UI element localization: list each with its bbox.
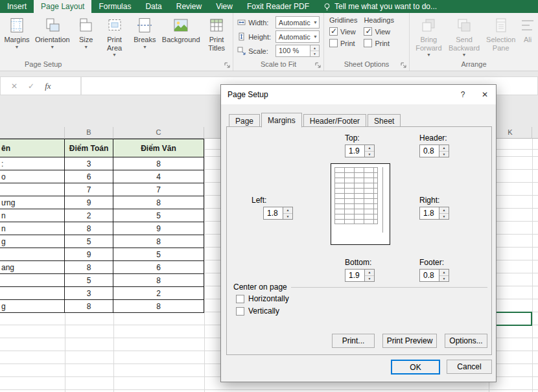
column-header-b[interactable]: B [65, 127, 113, 139]
print-button[interactable]: Print... [332, 334, 375, 348]
dialog-tab-margins[interactable]: Margins [261, 113, 302, 128]
margins-button[interactable]: Margins ▼ [2, 14, 32, 60]
cell-van[interactable]: 4 [113, 170, 204, 183]
right-margin-up-button[interactable]: ▲ [439, 207, 449, 214]
cell-toan[interactable]: 6 [65, 170, 113, 183]
tab-formulas[interactable]: Formulas [91, 0, 138, 13]
cell-toan[interactable]: 2 [65, 209, 113, 222]
cell-toan[interactable]: 8 [65, 261, 113, 274]
cell-van[interactable]: 7 [113, 183, 204, 196]
cell-name[interactable]: g [0, 235, 65, 248]
cell-van[interactable]: 8 [113, 157, 204, 170]
right-margin-input[interactable]: 1.8 [419, 207, 439, 220]
vertically-checkbox[interactable]: Vertically [236, 306, 279, 316]
cell-van[interactable]: 8 [113, 274, 204, 287]
checkbox-icon[interactable] [364, 39, 372, 47]
cell-name[interactable] [0, 274, 65, 287]
width-combo[interactable]: Automatic ▼ [275, 16, 320, 29]
tab-review[interactable]: Review [169, 0, 209, 13]
top-margin-up-button[interactable]: ▲ [365, 145, 374, 152]
bring-forward-button[interactable]: Bring Forward ▼ [412, 14, 446, 60]
scale-up-button[interactable]: ▲ [310, 45, 319, 51]
top-margin-input[interactable]: 1.9 [345, 144, 365, 157]
footer-margin-input[interactable]: 0.8 [419, 269, 439, 282]
print-titles-button[interactable]: Print Titles [202, 14, 231, 60]
send-backward-button[interactable]: Send Backward ▼ [446, 14, 483, 60]
bottom-margin-input[interactable]: 1.9 [345, 269, 365, 282]
selection-pane-button[interactable]: Selection Pane [482, 14, 519, 60]
tab-view[interactable]: View [209, 0, 240, 13]
gridlines-view-checkbox[interactable]: View [329, 27, 357, 36]
checkbox-icon[interactable] [236, 307, 244, 316]
header-cell-name[interactable]: ên [0, 139, 65, 157]
checkbox-icon[interactable] [329, 27, 338, 36]
height-combo[interactable]: Automatic ▼ [275, 30, 320, 43]
horizontally-checkbox[interactable]: Horizontally [236, 294, 289, 303]
cell-name[interactable]: n [0, 209, 65, 222]
header-margin-input[interactable]: 0.8 [419, 144, 439, 157]
cell-van[interactable]: 8 [113, 235, 204, 248]
tab-insert[interactable]: Insert [0, 0, 34, 13]
page-setup-dialog-launcher-icon[interactable] [224, 62, 231, 69]
checkbox-icon[interactable] [236, 295, 244, 303]
header-cell-toan[interactable]: Điểm Toán [65, 139, 113, 157]
ok-button[interactable]: OK [391, 360, 440, 375]
background-button[interactable]: Background [159, 14, 202, 60]
cell-name[interactable] [0, 183, 65, 196]
right-margin-down-button[interactable]: ▼ [439, 214, 449, 220]
cell-van[interactable]: 5 [113, 248, 204, 261]
header-margin-down-button[interactable]: ▼ [439, 152, 449, 157]
left-margin-up-button[interactable]: ▲ [283, 207, 292, 214]
checkbox-icon[interactable] [329, 39, 338, 47]
tab-data[interactable]: Data [138, 0, 169, 13]
cell-name[interactable]: ang [0, 261, 65, 274]
dialog-titlebar[interactable]: Page Setup ? ✕ [221, 85, 496, 104]
header-cell-van[interactable]: Điểm Văn [113, 139, 204, 157]
cell-name[interactable] [0, 248, 65, 261]
cell-name[interactable]: : [0, 157, 65, 170]
cell-toan[interactable]: 8 [65, 300, 113, 313]
column-header-a[interactable] [0, 127, 65, 139]
align-button[interactable]: Ali [519, 14, 536, 60]
dialog-tab-page[interactable]: Page [229, 114, 260, 127]
cell-van[interactable]: 5 [113, 209, 204, 222]
sheet-options-dialog-launcher-icon[interactable] [401, 62, 407, 69]
cell-van[interactable]: 8 [113, 300, 204, 313]
cell-van[interactable]: 9 [113, 222, 204, 235]
left-margin-input[interactable]: 1.8 [263, 207, 283, 220]
cell-van[interactable]: 2 [113, 287, 204, 300]
cell-van[interactable]: 6 [113, 261, 204, 274]
top-margin-down-button[interactable]: ▼ [365, 152, 374, 157]
dialog-tab-sheet[interactable]: Sheet [368, 114, 401, 127]
scale-down-button[interactable]: ▼ [310, 51, 319, 56]
print-area-button[interactable]: Print Area ▼ [99, 14, 130, 60]
footer-margin-down-button[interactable]: ▼ [439, 276, 449, 282]
cell-toan[interactable]: 5 [65, 235, 113, 248]
scale-spinner[interactable]: 100 % ▲ ▼ [275, 45, 320, 57]
bottom-margin-up-button[interactable]: ▲ [365, 270, 374, 276]
tab-foxit-reader-pdf[interactable]: Foxit Reader PDF [240, 0, 316, 13]
size-button[interactable]: Size ▼ [73, 14, 99, 60]
gridlines-print-checkbox[interactable]: Print [329, 39, 357, 47]
cell-toan[interactable]: 5 [65, 274, 113, 287]
cancel-icon[interactable]: ✕ [11, 82, 18, 91]
close-button[interactable]: ✕ [474, 85, 496, 104]
orientation-button[interactable]: Orientation ▼ [32, 14, 73, 60]
print-preview-button[interactable]: Print Preview [382, 334, 437, 348]
headings-print-checkbox[interactable]: Print [364, 39, 393, 47]
bottom-margin-down-button[interactable]: ▼ [365, 276, 374, 282]
cell-toan[interactable]: 9 [65, 248, 113, 261]
column-header-c[interactable]: C [113, 127, 204, 139]
cell-name[interactable]: ưng [0, 196, 65, 209]
enter-icon[interactable]: ✓ [28, 82, 34, 91]
insert-function-icon[interactable]: fx [45, 81, 51, 91]
cell-van[interactable]: 8 [113, 196, 204, 209]
headings-view-checkbox[interactable]: View [364, 27, 393, 36]
help-button[interactable]: ? [452, 85, 474, 104]
cell-name[interactable]: g [0, 300, 65, 313]
cell-toan[interactable]: 3 [65, 157, 113, 170]
cell-name[interactable]: n [0, 222, 65, 235]
cell-toan[interactable]: 8 [65, 222, 113, 235]
tell-me-box[interactable]: Tell me what you want to do... [316, 0, 443, 13]
cancel-button[interactable]: Cancel [447, 360, 492, 374]
